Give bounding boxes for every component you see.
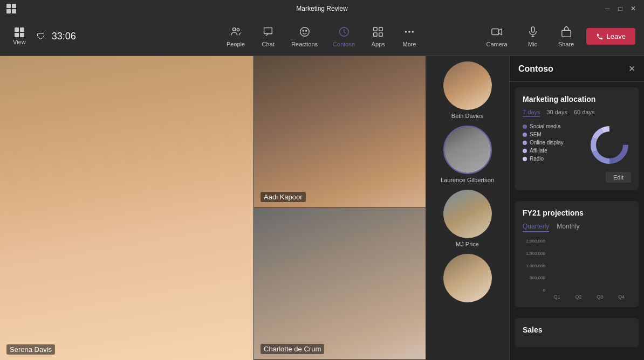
marketing-legend: Social media SEM Online display Affiliat… — [523, 123, 584, 167]
apps-label: Apps — [372, 41, 385, 47]
marketing-card-body: Social media SEM Online display Affiliat… — [523, 123, 631, 167]
mic-label: Mic — [528, 41, 537, 47]
people-icon — [230, 26, 242, 39]
avatar-beth[interactable]: Beth Davies — [443, 61, 492, 119]
leave-button[interactable]: Leave — [586, 28, 635, 45]
svg-point-1 — [237, 29, 239, 31]
leave-label: Leave — [607, 32, 626, 40]
fy21-card: FY21 projections Quarterly Monthly 2,000… — [515, 201, 639, 307]
y-label-500k: 500,000 — [523, 275, 545, 280]
fy21-chart: 2,000,000 1,500,000 1,000,000 500,000 0 — [523, 239, 631, 300]
avatar-laurence[interactable]: Laurence Gilbertson — [441, 126, 494, 183]
participant-label-serena: Serena Davis — [6, 344, 55, 355]
contoso-label: Contoso — [333, 41, 355, 47]
more-icon — [403, 26, 415, 39]
bars-container: Q1 Q2 Q3 Q4 — [547, 239, 631, 300]
time-tab-60days[interactable]: 60 days — [574, 109, 595, 117]
sales-card: Sales — [515, 318, 639, 347]
view-grid-icon — [15, 27, 24, 37]
legend-label-sem: SEM — [530, 131, 542, 137]
legend-affiliate: Affiliate — [523, 148, 584, 154]
avatar-name-beth: Beth Davies — [451, 113, 483, 119]
svg-point-0 — [233, 27, 236, 31]
legend-dot-sem — [523, 133, 527, 137]
close-button[interactable]: ✕ — [629, 4, 638, 13]
view-label: View — [13, 39, 26, 45]
people-button[interactable]: People — [221, 23, 250, 51]
svg-rect-8 — [374, 32, 377, 36]
fy-tab-quarterly[interactable]: Quarterly — [523, 223, 549, 232]
view-button[interactable]: View — [9, 24, 30, 49]
share-button[interactable]: Share — [553, 23, 580, 51]
y-label-15m: 1,500,000 — [523, 251, 545, 256]
svg-rect-14 — [531, 26, 535, 32]
donut-chart — [588, 123, 631, 167]
toolbar: View 🛡 33:06 People — [0, 17, 644, 56]
y-label-2m: 2,000,000 — [523, 239, 545, 244]
camera-button[interactable]: Camera — [481, 23, 512, 51]
legend-dot-radio — [523, 157, 527, 161]
sales-title: Sales — [523, 326, 631, 334]
timer-display: 33:06 — [52, 31, 76, 42]
toolbar-right: Camera Mic Share — [481, 23, 635, 51]
shield-icon: 🛡 — [37, 32, 45, 41]
avatar-img-beth — [443, 61, 492, 110]
time-tabs: 7 days 30 days 60 days — [523, 109, 631, 117]
video-aadi: Aadi Kapoor — [254, 56, 426, 208]
title-bar: Marketing Review ─ □ ✕ — [0, 0, 644, 17]
x-label-q2-col: Q2 — [569, 294, 588, 300]
legend-online-display: Online display — [523, 140, 584, 146]
time-tab-7days[interactable]: 7 days — [523, 109, 540, 117]
edit-button[interactable]: Edit — [606, 172, 631, 183]
y-axis: 2,000,000 1,500,000 1,000,000 500,000 0 — [523, 239, 545, 293]
apps-icon — [372, 26, 384, 39]
avatar-img-laurence — [443, 126, 492, 174]
svg-point-3 — [303, 30, 304, 31]
chat-button[interactable]: Chat — [255, 23, 282, 51]
svg-rect-13 — [492, 29, 499, 34]
reactions-button[interactable]: Reactions — [286, 23, 323, 51]
svg-rect-9 — [379, 32, 382, 36]
svg-point-10 — [405, 31, 407, 33]
y-label-0: 0 — [523, 288, 545, 293]
time-tab-30days[interactable]: 30 days — [546, 109, 567, 117]
share-label: Share — [558, 41, 574, 47]
avatar-img-extra — [443, 254, 492, 302]
window-controls[interactable]: ─ □ ✕ — [603, 4, 638, 13]
panel-close-button[interactable]: ✕ — [628, 64, 635, 74]
fy-tab-monthly[interactable]: Monthly — [557, 223, 579, 232]
reactions-label: Reactions — [291, 41, 318, 47]
svg-rect-17 — [561, 30, 571, 37]
x-label-q1: Q1 — [554, 294, 560, 300]
contoso-button[interactable]: Contoso — [327, 23, 360, 51]
x-label-q1-col: Q1 — [547, 294, 567, 300]
more-button[interactable]: More — [396, 23, 423, 51]
video-serena: Serena Davis — [0, 56, 254, 360]
main-content: Serena Davis Aadi Kapoor Charlotte de Cr… — [0, 56, 644, 360]
x-label-q3: Q3 — [597, 294, 603, 300]
more-label: More — [403, 41, 416, 47]
svg-point-2 — [300, 27, 309, 36]
avatar-extra[interactable] — [443, 254, 492, 302]
x-axis: Q1 Q2 Q3 Q4 — [547, 294, 631, 300]
maximize-button[interactable]: □ — [616, 4, 625, 13]
share-icon — [560, 26, 572, 39]
apps-button[interactable]: Apps — [365, 23, 392, 51]
legend-label-affiliate: Affiliate — [530, 148, 547, 154]
legend-dot-social — [523, 124, 527, 129]
fy21-title: FY21 projections — [523, 209, 631, 217]
minimize-button[interactable]: ─ — [603, 4, 612, 13]
contoso-icon — [338, 26, 350, 39]
fy-tabs: Quarterly Monthly — [523, 223, 631, 232]
mic-button[interactable]: Mic — [519, 23, 546, 51]
svg-point-4 — [305, 30, 306, 31]
avatar-mj[interactable]: MJ Price — [443, 190, 492, 247]
svg-point-12 — [412, 31, 414, 33]
video-charlotte: Charlotte de Crum — [254, 208, 426, 360]
svg-point-11 — [408, 31, 410, 33]
legend-dot-online — [523, 141, 527, 145]
participant-strip: Beth Davies Laurence Gilbertson MJ Price — [426, 56, 509, 360]
video-right: Aadi Kapoor Charlotte de Crum — [254, 56, 426, 360]
legend-dot-affiliate — [523, 149, 527, 153]
window-title: Marketing Review — [296, 5, 347, 12]
